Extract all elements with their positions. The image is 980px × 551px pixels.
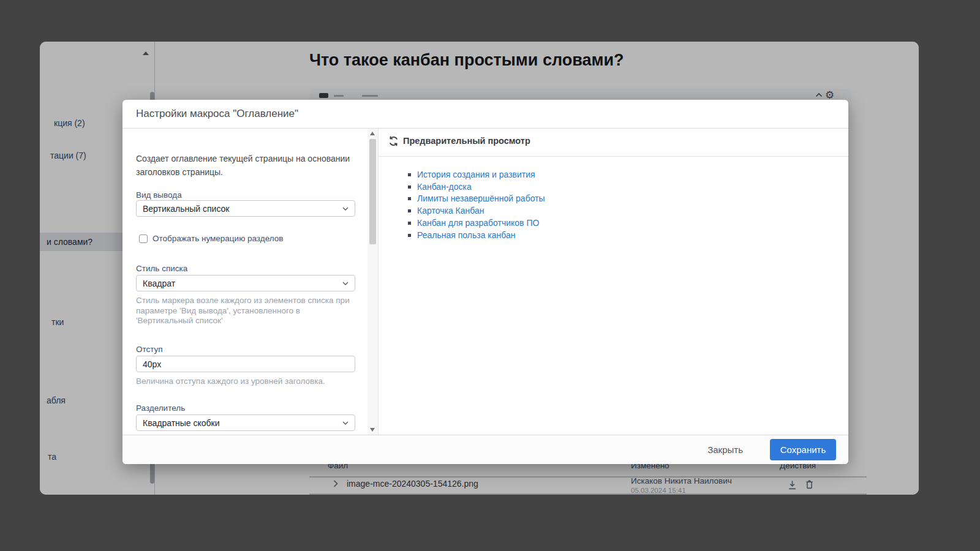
form-scrollbar[interactable]: [368, 129, 378, 435]
refresh-icon[interactable]: [388, 135, 399, 147]
macro-settings-dialog: Настройки макроса "Оглавление" Создает о…: [123, 100, 848, 464]
chevron-down-icon: [342, 421, 349, 425]
macro-form: Создает оглавление текущей страницы на о…: [123, 129, 368, 435]
toc-link[interactable]: Карточка Канбан: [417, 206, 484, 216]
numbering-checkbox-row[interactable]: Отображать нумерацию разделов: [139, 234, 283, 243]
list-style-select[interactable]: Квадрат: [136, 275, 355, 291]
numbering-checkbox[interactable]: [139, 234, 148, 243]
output-type-label: Вид вывода: [136, 190, 182, 200]
toc-link[interactable]: Канбан-доска: [417, 182, 472, 192]
toc-item: Карточка Канбан: [408, 205, 545, 217]
macro-description: Создает оглавление текущей страницы на о…: [136, 152, 355, 179]
numbering-checkbox-label: Отображать нумерацию разделов: [153, 234, 283, 243]
chevron-down-icon: [342, 282, 349, 285]
toc-item: Лимиты незавершённой работы: [408, 193, 545, 205]
chevron-down-icon: [342, 207, 349, 211]
dialog-title: Настройки макроса "Оглавление": [136, 108, 298, 120]
toc-link[interactable]: Канбан для разработчиков ПО: [417, 218, 539, 228]
dialog-footer: Закрыть Сохранить: [123, 435, 848, 464]
toc-item: Канбан-доска: [408, 181, 545, 193]
screenshot-stage: кция (2) тации (7) и словами? тки абля т…: [0, 0, 980, 551]
dialog-body: Создает оглавление текущей страницы на о…: [123, 129, 848, 435]
list-style-help: Стиль маркера возле каждого из элементов…: [136, 296, 355, 326]
separator-value: Квадратные скобки: [143, 418, 220, 428]
save-button[interactable]: Сохранить: [770, 439, 836, 460]
output-type-value: Вертикальный список: [143, 204, 230, 214]
preview-title: Предварительный просмотр: [403, 136, 530, 146]
toc-link[interactable]: Лимиты незавершённой работы: [417, 193, 545, 203]
output-type-select[interactable]: Вертикальный список: [136, 200, 355, 217]
indent-help: Величина отступа каждого из уровней заго…: [136, 377, 355, 387]
list-style-label: Стиль списка: [136, 264, 187, 273]
preview-panel: Предварительный просмотр История создани…: [378, 129, 848, 435]
close-button[interactable]: Закрыть: [704, 444, 747, 455]
dialog-header: Настройки макроса "Оглавление": [123, 100, 848, 129]
scroll-up-arrow-icon[interactable]: [370, 132, 375, 135]
toc-item: Реальная польза канбан: [408, 230, 545, 242]
toc-item: Канбан для разработчиков ПО: [408, 217, 545, 230]
preview-header: Предварительный просмотр: [379, 129, 848, 157]
scroll-down-arrow-icon[interactable]: [370, 428, 375, 432]
indent-label: Отступ: [136, 345, 163, 354]
list-style-value: Квадрат: [143, 279, 175, 288]
separator-label: Разделитель: [136, 403, 185, 413]
separator-select[interactable]: Квадратные скобки: [136, 414, 355, 431]
toc-preview-list: История создания и развития Канбан-доска…: [408, 169, 545, 241]
toc-link[interactable]: История создания и развития: [417, 170, 535, 179]
toc-item: История создания и развития: [408, 169, 545, 181]
form-scrollbar-thumb[interactable]: [369, 139, 376, 244]
indent-input[interactable]: [136, 356, 355, 372]
toc-link[interactable]: Реальная польза канбан: [417, 230, 516, 240]
